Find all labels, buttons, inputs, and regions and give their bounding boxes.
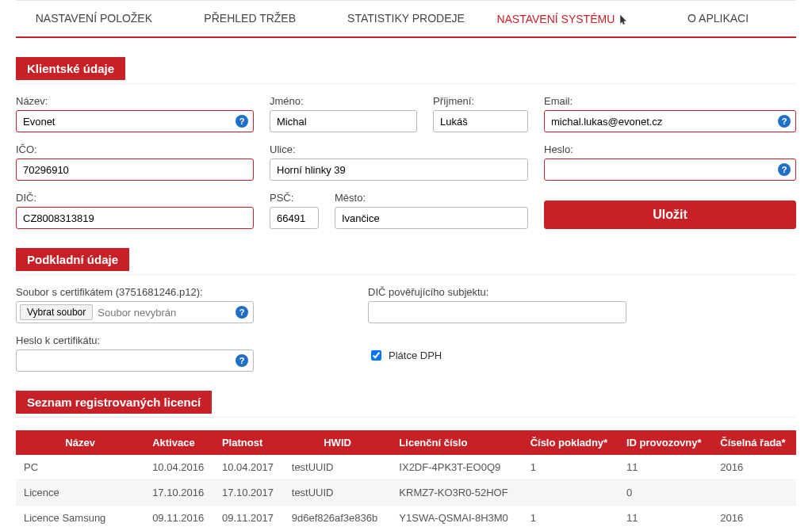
table-cell: 11 <box>619 455 712 480</box>
platce-dph-row: Plátce DPH <box>368 348 626 363</box>
table-cell: 11 <box>619 506 712 528</box>
label-ulice: Ulice: <box>270 143 528 155</box>
label-heslo: Heslo: <box>544 143 796 155</box>
table-row[interactable]: PC10.04.201610.04.2017testUUIDIX2DF-4PK3… <box>16 455 796 480</box>
file-status-text: Soubor nevybrán <box>98 307 236 319</box>
table-cell: 10.04.2016 <box>144 455 214 480</box>
label-jmeno: Jméno: <box>270 95 417 107</box>
table-cell: 1 <box>523 455 619 480</box>
table-cell <box>523 480 619 506</box>
table-cell: Licence <box>16 480 144 506</box>
table-cell: PC <box>16 455 144 480</box>
table-cell <box>712 480 796 506</box>
table-cell: testUUID <box>284 480 392 506</box>
table-cell: 10.04.2017 <box>214 455 284 480</box>
label-prijmeni: Příjmení: <box>433 95 528 107</box>
dic-pover-input[interactable] <box>373 306 621 319</box>
table-cell: testUUID <box>284 455 392 480</box>
col-licencni: Licenční číslo <box>391 430 522 455</box>
license-table: Název Aktivace Platnost HWID Licenční čí… <box>16 430 796 527</box>
label-nazev: Název: <box>16 95 254 107</box>
heslo-input[interactable] <box>550 163 778 177</box>
label-ico: IČO: <box>16 143 254 155</box>
table-cell: 0 <box>619 480 712 506</box>
platce-dph-label: Plátce DPH <box>389 349 442 361</box>
help-icon[interactable]: ? <box>236 115 248 128</box>
choose-file-button[interactable]: Vybrat soubor <box>20 304 93 320</box>
col-aktivace: Aktivace <box>144 430 214 455</box>
prijmeni-input[interactable] <box>439 115 523 128</box>
table-cell: KRMZ7-KO3R0-52HOF <box>391 480 522 506</box>
table-cell: 09.11.2017 <box>214 506 284 528</box>
help-icon[interactable]: ? <box>236 354 248 367</box>
nazev-input[interactable] <box>21 115 236 128</box>
table-cell: IX2DF-4PK3T-EO0Q9 <box>391 455 522 480</box>
table-row[interactable]: Licence17.10.201617.10.2017testUUIDKRMZ7… <box>16 480 796 506</box>
email-input[interactable] <box>550 115 778 128</box>
section-header-client: Klientské údaje <box>16 57 125 80</box>
tab-nastaveni-systemu[interactable]: NASTAVENÍ SYSTÉMU <box>484 1 640 36</box>
table-cell: 9d6ef826af3e836b <box>284 506 392 528</box>
section-header-background: Podkladní údaje <box>16 248 129 271</box>
label-psc: PSČ: <box>270 192 319 204</box>
mesto-input[interactable] <box>340 212 523 225</box>
table-cell: 17.10.2017 <box>214 480 284 506</box>
label-cert-file: Soubor s certifikátem (3751681246.p12): <box>16 286 254 298</box>
link-cursor-icon <box>618 14 627 25</box>
ico-input[interactable] <box>21 163 248 177</box>
jmeno-input[interactable] <box>275 115 412 128</box>
tab-statistiky-prodeje[interactable]: STATISTIKY PRODEJE <box>328 1 485 36</box>
col-platnost: Platnost <box>214 430 284 455</box>
table-cell: 17.10.2016 <box>144 480 214 506</box>
label-cert-pass: Heslo k certifikátu: <box>16 334 254 346</box>
table-row[interactable]: Licence Samsung09.11.201609.11.20179d6ef… <box>16 506 796 528</box>
section-header-licenses: Seznam registrovaných licencí <box>16 391 212 414</box>
table-cell: Licence Samsung <box>16 506 144 528</box>
table-cell: 1 <box>523 506 619 528</box>
col-provozovna: ID provozovny* <box>619 430 712 455</box>
label-mesto: Město: <box>335 192 528 204</box>
table-cell: 2016 <box>712 506 796 528</box>
platce-dph-checkbox[interactable] <box>371 350 381 361</box>
table-cell: 09.11.2016 <box>144 506 214 528</box>
col-nazev: Název <box>16 430 144 455</box>
label-dic-pover: DIČ pověřujícího subjektu: <box>368 286 626 298</box>
table-cell: Y1SWA-QSMAI-8H3M0 <box>391 506 522 528</box>
help-icon[interactable]: ? <box>236 306 248 319</box>
tab-nastaveni-polozek[interactable]: NASTAVENÍ POLOŽEK <box>16 1 172 36</box>
save-button[interactable]: Uložit <box>544 200 796 229</box>
col-pokladna: Číslo pokladny* <box>523 430 619 455</box>
tab-o-aplikaci[interactable]: O APLIKACI <box>640 1 796 36</box>
dic-input[interactable] <box>21 212 248 225</box>
help-icon[interactable]: ? <box>778 115 791 128</box>
tab-prehled-trzeb[interactable]: PŘEHLED TRŽEB <box>172 1 328 36</box>
label-dic: DIČ: <box>16 192 254 204</box>
label-email: Email: <box>544 95 796 107</box>
col-ciselna-rada: Číselná řada* <box>712 430 796 455</box>
table-cell: 2016 <box>712 455 796 480</box>
help-icon[interactable]: ? <box>778 163 791 176</box>
col-hwid: HWID <box>284 430 392 455</box>
main-tabs: NASTAVENÍ POLOŽEK PŘEHLED TRŽEB STATISTI… <box>16 0 796 38</box>
ulice-input[interactable] <box>275 163 523 177</box>
psc-input[interactable] <box>275 212 313 225</box>
cert-pass-input[interactable] <box>21 354 236 368</box>
